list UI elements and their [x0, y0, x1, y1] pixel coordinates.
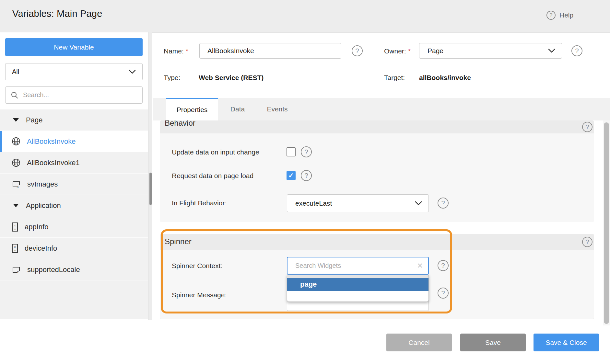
type-value: Web Service (REST) [199, 74, 264, 82]
web-service-variable-icon: x [12, 137, 20, 146]
chevron-down-icon [415, 201, 422, 206]
tab-strip: Properties Data Events [153, 98, 610, 120]
spinner-message-label: Spinner Message: [172, 291, 227, 299]
svg-text:∞: ∞ [14, 228, 16, 231]
svg-text:∞: ∞ [14, 249, 16, 252]
tree-item-appinfo[interactable]: x∞ appInfo [0, 216, 148, 238]
cancel-button[interactable]: Cancel [386, 334, 452, 351]
request-on-page-load-label: Request data on page load [172, 172, 253, 180]
help-link[interactable]: ? Help [546, 11, 573, 20]
owner-label: Owner:* [384, 47, 411, 55]
svg-text:x: x [15, 162, 17, 166]
tree-item-allbooksinvoke[interactable]: x AllBooksInvoke [0, 131, 148, 152]
web-service-variable-icon: x [12, 158, 20, 167]
tree-item-label: appInfo [25, 223, 48, 231]
name-label: Name:* [164, 47, 188, 55]
spinner-context-help-icon[interactable]: ? [438, 260, 449, 271]
collapse-triangle-icon[interactable] [13, 118, 19, 122]
behavior-section-title: Behavior [165, 120, 195, 128]
static-variable-icon: x [12, 265, 21, 274]
save-close-button[interactable]: Save & Close [534, 334, 599, 351]
variables-sidebar: New Variable All Page x AllBooksInvoke x… [0, 32, 148, 320]
sidebar-search-input[interactable] [22, 91, 137, 99]
tree-item-label: svImages [27, 180, 58, 188]
tree-item-supportedlocale[interactable]: x supportedLocale [0, 259, 148, 280]
variable-filter-value: All [12, 68, 19, 75]
static-variable-icon: x [12, 180, 21, 189]
required-asterisk: * [186, 47, 188, 55]
request-on-page-load-help-icon[interactable]: ? [301, 170, 312, 181]
tree-group-page[interactable]: Page [0, 109, 148, 131]
update-on-input-change-label: Update data on input change [172, 148, 259, 156]
sidebar-scrollbar-thumb[interactable] [149, 173, 152, 205]
tree-item-deviceinfo[interactable]: x∞ deviceInfo [0, 238, 148, 259]
target-value: allBooks/invoke [419, 74, 471, 82]
tree-group-label: Application [26, 201, 61, 210]
help-icon: ? [546, 11, 556, 20]
request-on-page-load-checkbox[interactable]: ✓ [287, 171, 296, 180]
spinner-context-dropdown: page [287, 275, 429, 302]
svg-text:x: x [15, 141, 17, 144]
behavior-section-help-icon[interactable]: ? [582, 122, 592, 132]
spinner-message-help-icon[interactable]: ? [438, 288, 449, 299]
owner-select-value: Page [428, 47, 443, 55]
chevron-down-icon [548, 49, 555, 53]
tab-events[interactable]: Events [257, 98, 298, 120]
tree-item-allbooksinvoke1[interactable]: x AllBooksInvoke1 [0, 152, 148, 174]
variables-tree: Page x AllBooksInvoke x AllBooksInvoke1 … [0, 109, 148, 319]
update-on-input-change-checkbox[interactable] [287, 147, 296, 156]
tree-item-label: deviceInfo [25, 244, 57, 253]
check-icon: ✓ [288, 172, 294, 179]
tab-properties[interactable]: Properties [166, 98, 218, 120]
spinner-context-combobox[interactable]: ✕ [287, 257, 429, 275]
model-variable-icon: x∞ [12, 222, 18, 232]
dropdown-empty-option[interactable] [287, 275, 428, 278]
save-button[interactable]: Save [460, 334, 526, 351]
tab-data[interactable]: Data [218, 98, 257, 120]
tree-group-application[interactable]: Application [0, 195, 148, 216]
required-asterisk: * [408, 47, 411, 55]
dropdown-option-page[interactable]: page [287, 278, 428, 291]
in-flight-behavior-select[interactable]: executeLast [287, 194, 429, 212]
sidebar-search-box[interactable] [5, 86, 143, 104]
name-help-icon[interactable]: ? [352, 45, 363, 56]
spinner-section-help-icon[interactable]: ? [582, 237, 592, 247]
clear-icon[interactable]: ✕ [417, 262, 423, 269]
svg-text:x: x [14, 223, 16, 227]
tree-item-label: AllBooksInvoke1 [27, 159, 80, 167]
tree-item-label: supportedLocale [27, 266, 80, 274]
spinner-context-label: Spinner Context: [172, 262, 222, 270]
type-label: Type: [164, 74, 180, 82]
main-scrollbar-thumb[interactable] [604, 122, 609, 324]
svg-text:x: x [17, 269, 19, 274]
in-flight-behavior-value: executeLast [295, 199, 332, 207]
target-label: Target: [384, 74, 405, 82]
owner-select[interactable]: Page [419, 43, 562, 59]
behavior-section-header: Behavior [160, 120, 594, 133]
tree-item-svimages[interactable]: x svImages [0, 174, 148, 195]
spinner-context-search-input[interactable] [295, 262, 417, 270]
new-variable-button[interactable]: New Variable [5, 38, 143, 56]
spinner-section-header: Spinner [160, 234, 594, 250]
chevron-down-icon [129, 70, 136, 74]
svg-text:x: x [17, 184, 19, 189]
search-icon [11, 91, 18, 99]
update-on-input-change-help-icon[interactable]: ? [301, 146, 312, 157]
collapse-triangle-icon[interactable] [13, 204, 19, 207]
svg-text:x: x [14, 245, 16, 248]
help-label: Help [559, 11, 573, 19]
spinner-section-title: Spinner [165, 237, 192, 246]
variable-filter-select[interactable]: All [5, 63, 143, 80]
model-variable-icon: x∞ [12, 244, 18, 253]
tree-item-label: AllBooksInvoke [27, 137, 76, 146]
in-flight-behavior-help-icon[interactable]: ? [438, 198, 449, 209]
tree-group-label: Page [26, 116, 42, 124]
in-flight-behavior-label: In Flight Behavior: [172, 199, 227, 207]
page-title: Variables: Main Page [12, 8, 102, 19]
owner-help-icon[interactable]: ? [571, 45, 582, 56]
name-input[interactable] [199, 43, 341, 59]
